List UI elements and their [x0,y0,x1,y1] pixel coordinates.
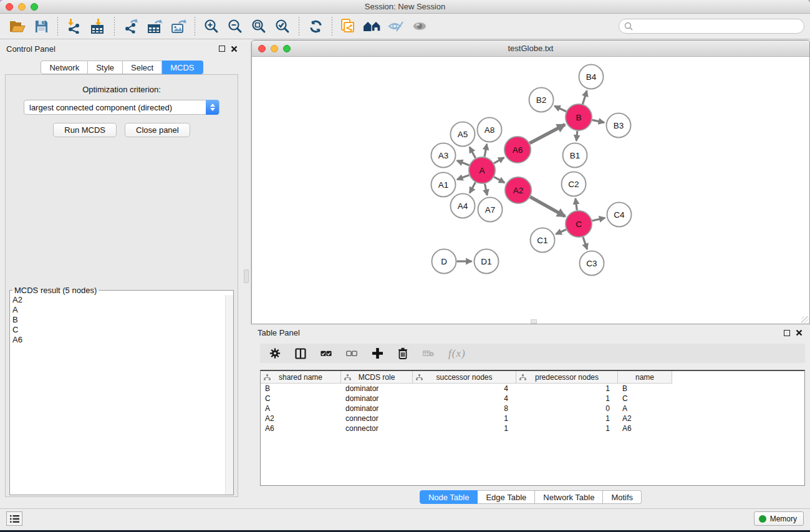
minimize-window-button[interactable] [18,3,26,11]
close-network-button[interactable] [258,45,266,52]
column-header-MCDS-role[interactable]: MCDS role [341,371,413,384]
split-pane-handle[interactable] [244,269,249,283]
panel-list-button[interactable] [6,511,22,526]
table-row[interactable]: Cdominator41C [261,394,804,404]
edge-A-A7 [485,184,487,195]
graph-node-A7[interactable]: A7 [478,198,503,222]
import-table-button[interactable] [86,16,110,36]
graph-node-B4[interactable]: B4 [579,65,604,89]
table-cell: 1 [516,424,618,433]
zoom-network-button[interactable] [283,45,291,52]
deselect-all-button[interactable] [346,347,357,360]
column-header-successor-nodes[interactable]: successor nodes [413,371,516,384]
graph-node-C1[interactable]: C1 [531,228,555,253]
add-column-button[interactable] [372,347,383,360]
export-image-button[interactable] [166,16,190,36]
graph-node-D[interactable]: D [432,249,456,274]
close-table-panel-icon[interactable] [796,329,803,336]
graph-node-C3[interactable]: C3 [580,251,604,276]
open-file-button[interactable] [6,16,29,36]
result-list-item[interactable]: A2 [10,295,233,305]
zoom-in-button[interactable] [200,16,223,36]
graph-node-A1[interactable]: A1 [432,173,456,197]
result-scrollbar[interactable] [225,295,233,495]
search-box[interactable] [619,19,804,34]
node-table: shared nameMCDS rolesuccessor nodesprede… [260,370,805,486]
result-list-item[interactable]: C [10,325,233,335]
table-row[interactable]: A6connector11A6 [261,423,804,433]
zoom-window-button[interactable] [31,3,38,11]
export-table-button[interactable] [143,16,166,36]
export-network-button[interactable] [119,16,143,36]
clone-network-button[interactable] [337,16,360,36]
graph-node-A2[interactable]: A2 [505,177,531,203]
dropdown-stepper-icon [206,100,219,115]
table-cell: A2 [618,414,672,423]
zoom-selected-button[interactable] [271,16,294,36]
home-layout-button[interactable] [360,16,384,36]
column-header-name[interactable]: name [618,371,672,384]
show-eye-button[interactable] [408,16,432,36]
zoom-fit-button[interactable] [247,16,271,36]
hide-annotations-button[interactable] [384,16,408,36]
close-panel-icon[interactable] [231,46,238,52]
tab-edge-table[interactable]: Edge Table [478,490,535,504]
close-panel-button[interactable]: Close panel [125,123,190,137]
select-all-button[interactable] [321,347,332,360]
delete-column-button[interactable] [397,347,408,360]
edge-C-C4 [592,218,605,221]
graph-node-B1[interactable]: B1 [563,143,587,168]
search-input[interactable] [636,22,799,31]
save-session-button[interactable] [29,16,53,36]
memory-button[interactable]: Memory [754,511,804,526]
table-row[interactable]: A2connector11A2 [261,414,804,423]
tab-node-table[interactable]: Node Table [420,490,478,504]
tab-mcds[interactable]: MCDS [162,60,203,74]
network-canvas[interactable]: B4B2BB3A5A8A6A3B1AA1C2A2A4A7C4CC1C3DD1 [252,57,809,324]
close-window-button[interactable] [6,3,13,11]
float-table-panel-icon[interactable] [784,330,790,336]
resize-grip-icon[interactable] [801,316,809,324]
table-row[interactable]: Adominator80A [261,404,804,414]
graph-node-A8[interactable]: A8 [478,118,502,142]
float-panel-icon[interactable] [219,46,225,52]
graph-node-A3[interactable]: A3 [432,143,456,168]
clear-table-button[interactable] [423,347,434,360]
graph-node-D1[interactable]: D1 [475,249,499,274]
split-view-button[interactable] [295,347,306,360]
graph-node-A4[interactable]: A4 [451,194,475,218]
save-icon [35,20,48,33]
table-row[interactable]: Bdominator41B [261,384,804,394]
graph-node-A5[interactable]: A5 [451,122,475,147]
import-network-button[interactable] [62,16,86,36]
minimize-network-button[interactable] [271,45,278,52]
graph-node-A6[interactable]: A6 [504,137,531,163]
function-builder-button[interactable]: f(x) [448,347,466,360]
tab-motifs[interactable]: Motifs [603,490,642,504]
column-header-shared-name[interactable]: shared name [261,371,341,384]
table-panel: Table Panel [251,324,810,508]
optimization-dropdown[interactable]: largest connected component (directed) [24,100,219,115]
refresh-button[interactable] [304,16,327,36]
table-settings-button[interactable] [269,347,281,360]
tab-network-table[interactable]: Network Table [535,490,603,504]
tab-network[interactable]: Network [41,60,88,74]
graph-node-C2[interactable]: C2 [562,172,586,196]
result-list-item[interactable]: A [10,305,233,315]
network-window-titlebar: testGlobe.txt [252,41,809,57]
table-toolbar: f(x) [260,344,805,363]
tab-style[interactable]: Style [88,60,123,74]
graph-node-B[interactable]: B [566,104,592,130]
tab-select[interactable]: Select [123,60,162,74]
result-list-item[interactable]: A6 [10,335,233,345]
graph-node-B3[interactable]: B3 [607,114,631,138]
run-mcds-button[interactable]: Run MCDS [53,123,117,137]
canvas-scroll-handle[interactable] [531,319,537,324]
graph-node-B2[interactable]: B2 [529,88,554,112]
zoom-out-button[interactable] [223,16,247,36]
graph-node-C[interactable]: C [566,211,592,237]
result-list-item[interactable]: B [10,315,233,325]
graph-node-C4[interactable]: C4 [607,203,632,227]
column-header-predecessor-nodes[interactable]: predecessor nodes [516,371,618,384]
graph-node-A[interactable]: A [469,157,495,183]
